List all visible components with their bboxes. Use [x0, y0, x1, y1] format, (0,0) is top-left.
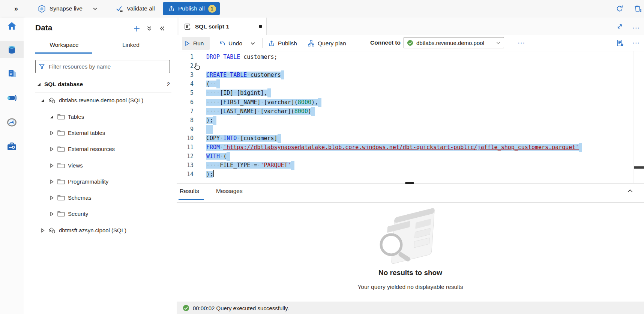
caret-collapsed-icon[interactable]: [49, 179, 54, 184]
tree-item-label: Tables: [68, 114, 84, 120]
code-line-8[interactable]: );: [206, 116, 216, 125]
tree-item-sql-database[interactable]: SQL database2: [24, 76, 177, 92]
caret-collapsed-icon[interactable]: [49, 147, 54, 151]
run-button[interactable]: Run: [182, 37, 210, 50]
code-token: ·: [237, 135, 240, 142]
code-line-13[interactable]: ····FILE_TYPE·=·'PARQUET': [206, 161, 294, 170]
tree-item-security[interactable]: Security: [24, 206, 177, 222]
code-line-11[interactable]: FROM·'https://dbtlabsynapsedatalake.blob…: [206, 143, 582, 152]
caret-expanded-icon[interactable]: [36, 82, 42, 87]
tree-item-dbtlabs-revenue-demo-pool-sql[interactable]: dbtlabs.revenue.demo.pool (SQL): [24, 92, 177, 108]
validate-all-button[interactable]: Validate all: [116, 2, 155, 15]
hub-navigation-rail: [0, 18, 24, 314]
collapse-results-button[interactable]: [627, 188, 633, 194]
rail-item-home[interactable]: [0, 17, 24, 34]
folder-icon: [57, 178, 65, 185]
code-line-1[interactable]: DROP TABLE customers;: [206, 52, 278, 61]
query-plan-button[interactable]: Query plan: [305, 37, 348, 50]
code-editor[interactable]: 1DROP TABLE customers;23CREATE·TABLE·cus…: [177, 51, 644, 183]
mode-selector[interactable]: Synapse live: [38, 2, 98, 15]
code-token: CREATE: [206, 72, 227, 78]
empty-state-title: No results to show: [177, 269, 644, 277]
tab-messages[interactable]: Messages: [216, 188, 243, 194]
folder-icon: [57, 194, 65, 201]
tree-item-label: dbtlabs.revenue.demo.pool (SQL): [59, 97, 143, 103]
code-line-4[interactable]: (··: [206, 79, 220, 88]
rail-item-manage[interactable]: [0, 138, 24, 155]
folder-icon: [57, 146, 65, 152]
line-number: 3: [177, 70, 194, 79]
rail-item-develop[interactable]: [0, 65, 24, 82]
code-line-9[interactable]: [206, 125, 213, 134]
editor-scrollbar-track: [633, 51, 633, 183]
tree-item-external-resources[interactable]: External resources: [24, 141, 177, 157]
code-line-14[interactable]: );: [206, 170, 214, 179]
sql-script-icon: [183, 23, 191, 30]
code-line-5[interactable]: ····[ID]·[bigint],: [206, 88, 271, 97]
line-number: 8: [177, 116, 194, 125]
code-line-6[interactable]: ····[FIRST_NAME]·[varchar](8000),: [206, 98, 321, 107]
connect-to-label: Connect to: [370, 39, 401, 46]
code-token: );: [206, 171, 213, 178]
refresh-button[interactable]: [615, 2, 624, 15]
selection-newline-stub: [281, 70, 284, 79]
code-token: 8000: [294, 108, 308, 115]
discard-all-button[interactable]: [633, 2, 642, 15]
code-token: ····: [206, 99, 220, 106]
selection-newline-stub: [318, 98, 321, 107]
caret-collapsed-icon[interactable]: [40, 228, 45, 233]
chevron-down-icon: [250, 41, 255, 46]
code-token: );: [206, 117, 213, 124]
upload-icon: [168, 5, 175, 12]
results-settings-button[interactable]: [616, 39, 624, 47]
expand-menu-button[interactable]: »: [14, 2, 17, 15]
tab-sql-script-1[interactable]: SQL script 1: [179, 18, 267, 35]
caret-expanded-icon[interactable]: [49, 115, 54, 119]
code-line-10[interactable]: COPY·INTO·[customers]: [206, 134, 281, 143]
publish-button[interactable]: Publish: [266, 37, 299, 50]
line-number: 2: [177, 61, 194, 70]
caret-expanded-icon[interactable]: [40, 98, 45, 103]
folder-icon: [57, 114, 65, 120]
tree-item-schemas[interactable]: Schemas: [24, 190, 177, 206]
tree-section-divider: [35, 92, 171, 93]
tab-more-actions-button[interactable]: ···: [633, 25, 640, 31]
expand-editor-button[interactable]: [616, 23, 623, 30]
rail-item-monitor[interactable]: [0, 114, 24, 131]
tree-item-programmability[interactable]: Programmability: [24, 173, 177, 190]
undo-redo-dropdown-button[interactable]: [248, 37, 258, 50]
toolbar-more-button[interactable]: ···: [518, 40, 525, 46]
toolbar-divider: [364, 38, 364, 48]
refresh-icon: [615, 4, 624, 13]
publish-all-button[interactable]: Publish all 1: [163, 2, 220, 15]
code-line-7[interactable]: ····[LAST_NAME]·[varchar](8000): [206, 107, 315, 116]
code-token: ·: [220, 153, 223, 160]
caret-collapsed-icon[interactable]: [49, 196, 54, 200]
code-token: customers: [250, 72, 281, 78]
caret-collapsed-icon[interactable]: [49, 163, 54, 168]
connect-to-pool-dropdown[interactable]: dbtlabs.revenue.demo.pool: [404, 37, 504, 48]
caret-collapsed-icon[interactable]: [49, 131, 54, 135]
toolbar-divider: [262, 38, 263, 48]
caret-collapsed-icon[interactable]: [49, 212, 54, 216]
code-line-12[interactable]: WITH·(: [206, 152, 230, 161]
code-token: ·: [220, 135, 223, 142]
tree-item-external-tables[interactable]: External tables: [24, 125, 177, 141]
tab-results[interactable]: Results: [180, 188, 199, 194]
line-number: 11: [177, 143, 194, 152]
rail-item-integrate[interactable]: [0, 89, 24, 106]
rail-item-data[interactable]: [0, 41, 24, 58]
code-line-3[interactable]: CREATE·TABLE·customers: [206, 70, 284, 79]
code-token: ··: [210, 81, 216, 87]
tree-item-dbtmsft-azsyn-cipool-sql[interactable]: dbtmsft.azsyn.cipool (SQL): [24, 222, 177, 238]
tree-item-tables[interactable]: Tables: [24, 109, 177, 125]
tree-item-views[interactable]: Views: [24, 157, 177, 173]
line-number: 12: [177, 152, 194, 161]
panel-resize-handle[interactable]: [405, 182, 414, 184]
folder-icon: [57, 211, 65, 217]
folder-icon: [57, 162, 65, 169]
results-panel: Results Messages: [177, 183, 644, 314]
home-icon: [7, 21, 17, 31]
undo-button[interactable]: Undo: [216, 37, 245, 50]
toolbar-overflow-button[interactable]: ···: [633, 40, 640, 46]
